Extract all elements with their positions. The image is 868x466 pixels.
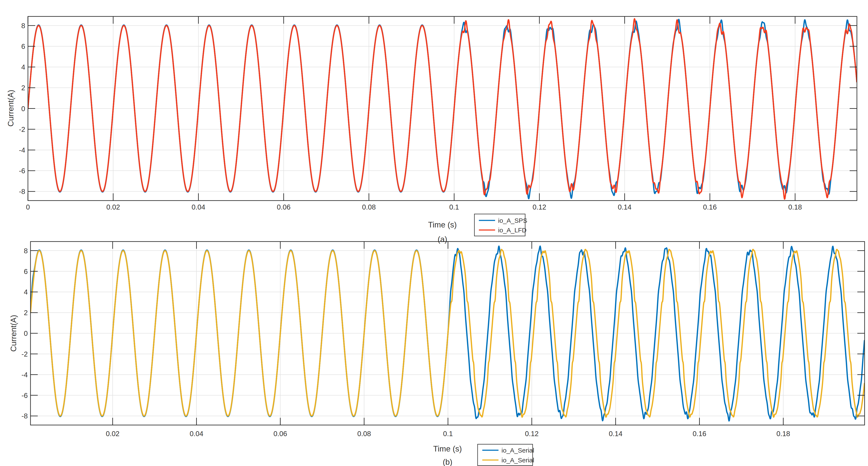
x-tick-label: 0.08: [358, 430, 371, 438]
x-tick-label: 0.04: [191, 203, 205, 211]
y-tick-label: 6: [24, 268, 28, 275]
x-tick-label: 0: [26, 203, 30, 211]
y-tick-label: -2: [19, 125, 25, 133]
y-tick-label: 4: [21, 63, 25, 71]
x-axis-label-a: Time (s): [428, 221, 457, 229]
matlab-figure: 00.020.040.060.080.10.120.140.160.18-8-6…: [0, 0, 868, 466]
legend-label-io-a-serial-1: io_A_Serial: [501, 447, 534, 454]
y-tick-label: 8: [21, 22, 25, 30]
y-axis-label-b: Current(A): [9, 315, 18, 352]
x-tick-label: 0.14: [618, 203, 631, 211]
waveform-io_A_LFD-1: [28, 19, 857, 199]
y-tick-label: -6: [22, 391, 28, 400]
y-tick-label: -6: [19, 167, 25, 175]
grid-a: [28, 17, 857, 201]
legend-b: io_A_Serial io_A_Serial: [477, 444, 534, 466]
x-tick-label: 0.06: [277, 203, 290, 211]
y-tick-label: -8: [19, 187, 25, 196]
y-tick-label: 0: [21, 105, 25, 113]
x-tick-label: 0.18: [776, 430, 790, 438]
y-tick-label: 8: [24, 247, 28, 255]
subplot-caption-b: (b): [443, 458, 452, 466]
figure-canvas: 00.020.040.060.080.10.120.140.160.18-8-6…: [0, 0, 868, 466]
x-tick-label: 0.14: [609, 430, 622, 438]
y-axis-label-a: Current(A): [6, 90, 15, 127]
y-tick-label: -2: [22, 350, 28, 358]
subplot-b: 0.020.040.060.080.10.120.140.160.18-8-6-…: [9, 241, 865, 466]
x-tick-label: 0.16: [692, 430, 706, 438]
x-tick-label: 0.18: [788, 203, 802, 211]
x-tick-label: 0.16: [703, 203, 717, 211]
y-tick-label: -4: [19, 146, 25, 154]
y-tick-label: -4: [22, 371, 28, 379]
legend-label-io-a-serial-2: io_A_Serial: [501, 457, 534, 464]
series-group-b: [30, 246, 864, 421]
series-group-a: [28, 19, 857, 199]
x-tick-label: 0.08: [362, 203, 376, 211]
y-tick-label: 2: [24, 309, 28, 317]
x-tick-label: 0.12: [525, 430, 538, 438]
x-tick-label: 0.1: [443, 430, 453, 438]
subplot-a: 00.020.040.060.080.10.120.140.160.18-8-6…: [6, 17, 857, 244]
x-tick-label: 0.12: [533, 203, 546, 211]
legend-a: io_A_SPS io_A_LFD: [474, 214, 527, 236]
legend-label-io-a-lfd: io_A_LFD: [498, 227, 526, 234]
y-tick-label: -8: [22, 412, 28, 420]
x-tick-label: 0.06: [273, 430, 287, 438]
x-tick-label: 0.1: [449, 203, 459, 211]
y-tick-label: 0: [24, 329, 28, 337]
x-tick-label: 0.04: [190, 430, 203, 438]
subplot-caption-a: (a): [437, 235, 447, 244]
y-tick-label: 6: [21, 42, 25, 50]
legend-label-io-a-sps: io_A_SPS: [498, 217, 527, 224]
y-tick-label: 2: [21, 84, 25, 92]
x-tick-label: 0.02: [106, 203, 120, 211]
y-tick-label: 4: [24, 288, 28, 296]
x-axis-label-b: Time (s): [433, 444, 462, 453]
x-tick-label: 0.02: [106, 430, 119, 438]
